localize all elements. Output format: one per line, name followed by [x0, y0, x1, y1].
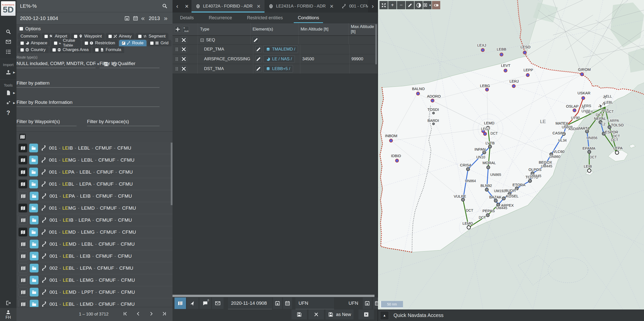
- open-route-folder-button[interactable]: [30, 264, 38, 272]
- element-chip[interactable]: LEBB+5 /: [263, 65, 293, 73]
- discard-changes-button[interactable]: [308, 309, 324, 319]
- year-next-button[interactable]: »: [162, 15, 169, 22]
- import-upload-icon[interactable]: ▶: [0, 67, 16, 77]
- route-list-item[interactable]: 001-LEMD-LPPT-CFMUF-CFMU: [16, 286, 172, 298]
- route-list-item[interactable]: 001-LEMG-LEBL-CFMUF-CFMU: [16, 154, 172, 166]
- route-list-item[interactable]: 001-LEMD-LEMG-CFMUF-CFMU: [16, 226, 172, 238]
- tab-checkbox[interactable]: [138, 35, 142, 38]
- tab-checkbox[interactable]: [20, 48, 24, 52]
- tab-grid[interactable]: Grid: [147, 40, 172, 46]
- tab-checkbox[interactable]: [122, 42, 125, 45]
- tab-checkbox[interactable]: [150, 42, 154, 45]
- subtab-restricted-entities[interactable]: Restricted entities: [240, 13, 290, 23]
- open-route-folder-button[interactable]: [30, 300, 38, 307]
- show-on-map-button[interactable]: [174, 297, 186, 309]
- options-toggle[interactable]: Options: [16, 25, 172, 32]
- map-draw-button[interactable]: [406, 1, 414, 9]
- tab-route[interactable]: Route: [119, 40, 146, 46]
- tab-restriction[interactable]: Restriction: [82, 40, 118, 46]
- list-scrollbar[interactable]: [171, 143, 172, 205]
- tab-country[interactable]: Country: [18, 47, 49, 53]
- options-checkbox[interactable]: [20, 27, 23, 31]
- notify-button[interactable]: [212, 297, 224, 309]
- open-route-folder-button[interactable]: [29, 156, 38, 164]
- tab-checkbox[interactable]: [74, 35, 77, 38]
- open-route-folder-button[interactable]: [30, 216, 38, 224]
- map-overlay-toggle-button[interactable]: [432, 1, 440, 9]
- show-route-on-map-button[interactable]: [18, 228, 27, 236]
- route-list-item[interactable]: 001-LEPA-LEIB-CFMUF-CFMU: [16, 190, 172, 202]
- ufn-button[interactable]: UFN: [345, 300, 362, 306]
- route-list-item[interactable]: 001-LEBL-LEPA-CFMUF-CFMU: [16, 178, 172, 190]
- open-route-folder-button[interactable]: [29, 204, 38, 212]
- editor-horizontal-scrollbar[interactable]: [172, 295, 374, 297]
- pattern-filter-input[interactable]: Filter by pattern: [16, 80, 160, 88]
- tab-checkbox[interactable]: [108, 35, 112, 38]
- valid-from-clear-icon[interactable]: [273, 297, 282, 309]
- route-info-filter-input[interactable]: Filter by Route Information: [16, 100, 160, 107]
- tab-charges-area[interactable]: Charges Area: [50, 47, 92, 53]
- map-fullscreen-button[interactable]: [380, 1, 388, 9]
- next-page-button[interactable]: [148, 311, 155, 317]
- tasklist-icon[interactable]: [0, 47, 16, 57]
- subtab-recurrence[interactable]: Recurrence: [201, 13, 240, 23]
- show-route-on-map-button[interactable]: [18, 204, 27, 212]
- route-list-item[interactable]: 001-LEBL-LEMD-CFMUF-CFMU: [16, 298, 172, 307]
- show-route-on-map-button[interactable]: [18, 168, 27, 176]
- tabs-scroll-right-button[interactable]: ›: [368, 0, 378, 13]
- tab-checkbox[interactable]: [85, 42, 88, 45]
- show-route-on-map-button[interactable]: [18, 287, 28, 297]
- route-list-item[interactable]: 001-LEIB-LEBL-CFMUF-CFMU: [16, 142, 172, 154]
- delete-row-button[interactable]: [180, 46, 187, 53]
- close-tab-icon[interactable]: ✕: [330, 4, 334, 9]
- open-route-folder-button[interactable]: [29, 180, 38, 188]
- edit-element-button[interactable]: [252, 37, 259, 43]
- show-route-on-map-button[interactable]: [18, 275, 28, 285]
- valid-to-input[interactable]: UFN: [296, 297, 334, 309]
- close-all-tabs-button[interactable]: ✕: [182, 0, 192, 13]
- search-input[interactable]: LE%-%: [20, 3, 37, 9]
- show-route-on-map-button[interactable]: [18, 263, 28, 273]
- delete-row-button[interactable]: [180, 56, 187, 62]
- show-route-on-map-button[interactable]: [18, 299, 28, 307]
- close-tab-icon[interactable]: ✕: [256, 4, 260, 9]
- tab-cruise-table[interactable]: Cruise Table: [51, 40, 81, 46]
- tab-checkbox[interactable]: [52, 48, 56, 52]
- quick-access-expand-button[interactable]: ▲: [380, 311, 389, 320]
- show-route-on-map-button[interactable]: [18, 191, 28, 201]
- route-types-select[interactable]: NULL included, COMP, MNDTR, CDR, TF...: [16, 61, 96, 68]
- show-route-on-map-button[interactable]: [18, 180, 27, 188]
- valid-from-calendar-icon[interactable]: [283, 297, 292, 309]
- locate-button[interactable]: [187, 297, 198, 309]
- route-list-item[interactable]: 002-LEBL-LEPA-CFMUF-CFMU: [16, 262, 172, 274]
- route-types-dropdown-icon[interactable]: ▼: [96, 62, 100, 66]
- first-page-button[interactable]: [122, 311, 129, 317]
- drag-handle-icon[interactable]: [174, 37, 179, 43]
- logout-icon[interactable]: [0, 298, 16, 308]
- map-contrast-button[interactable]: [414, 1, 423, 9]
- edit-element-button[interactable]: [255, 56, 262, 62]
- route-list-item[interactable]: 001-LEBL-LEIB-CFMUF-CFMU: [16, 250, 172, 262]
- settings-gears-icon[interactable]: ▶: [0, 98, 16, 108]
- collapse-icon[interactable]: [200, 38, 204, 42]
- open-route-folder-button[interactable]: [30, 276, 38, 284]
- valid-to-clear-icon[interactable]: [363, 297, 372, 309]
- search-icon[interactable]: [0, 27, 16, 37]
- edit-element-button[interactable]: [255, 46, 262, 53]
- tab-airway[interactable]: Airway: [106, 33, 134, 40]
- tab-checkbox[interactable]: [95, 48, 98, 52]
- effective-date-input[interactable]: 2020-12-10 1804: [20, 16, 58, 21]
- tab-formula[interactable]: Formula: [92, 47, 124, 53]
- open-route-folder-button[interactable]: [29, 228, 38, 236]
- qualifier-filter-input[interactable]: Filter by Qualifier: [100, 61, 160, 68]
- drag-handle-icon[interactable]: [174, 47, 179, 52]
- show-route-on-map-button[interactable]: [18, 156, 27, 164]
- add-multi-condition-button[interactable]: +Multi: [182, 26, 189, 33]
- route-list-item[interactable]: 001-LEPA-LEBL-CFMUF-CFMU: [16, 166, 172, 178]
- table-scrollbar[interactable]: [375, 24, 377, 64]
- tab-common[interactable]: Common: [18, 33, 41, 40]
- comments-button[interactable]: 0: [200, 297, 211, 309]
- editor-tab-3[interactable]: 001 - CFMUF -: [338, 0, 368, 13]
- delete-row-button[interactable]: [180, 37, 187, 43]
- open-route-folder-button[interactable]: [30, 252, 38, 260]
